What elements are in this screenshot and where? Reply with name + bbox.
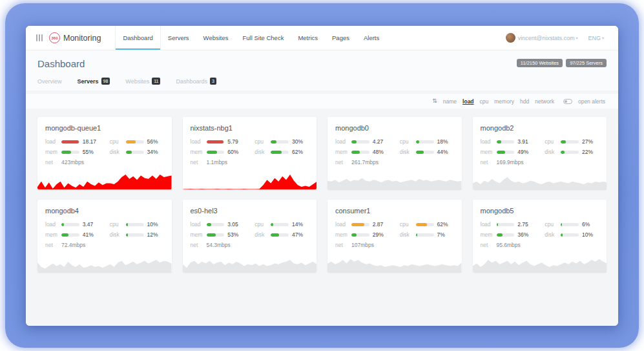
- server-metrics: load 5.79 cpu 30% mem 60% disk 6: [191, 138, 309, 169]
- nav-tab-alerts[interactable]: Alerts: [357, 26, 386, 50]
- load-bar: [207, 140, 225, 144]
- mem-value: 41%: [83, 231, 99, 238]
- user-menu[interactable]: vincent@nixstats.com ▾: [506, 33, 582, 43]
- nav-tab-pages[interactable]: Pages: [325, 26, 357, 50]
- nav-tab-servers[interactable]: Servers: [161, 26, 196, 50]
- load-value: 2.87: [373, 221, 390, 228]
- nav-tab-websites[interactable]: Websites: [196, 26, 236, 50]
- mem-label: mem: [335, 149, 348, 155]
- load-value: 18.17: [83, 138, 99, 145]
- metric-cpu: cpu 27%: [545, 138, 599, 145]
- server-card[interactable]: mongodb5 load 2.75 cpu 6% mem 36%: [473, 200, 607, 272]
- net-label: net: [191, 159, 203, 165]
- mem-bar: [497, 233, 515, 237]
- metric-load: load 3.05: [191, 221, 245, 228]
- sparkline-chart: [37, 253, 172, 272]
- metric-net: net 54.3mbps: [191, 242, 245, 248]
- net-value: 261.7mbps: [351, 159, 379, 165]
- sort-by-hdd[interactable]: hdd: [520, 98, 529, 105]
- sort-by-load[interactable]: load: [462, 98, 473, 105]
- nav-tab-dashboard[interactable]: Dashboard: [115, 26, 160, 50]
- sort-by-memory[interactable]: memory: [494, 98, 514, 105]
- sort-by-cpu[interactable]: cpu: [480, 98, 489, 105]
- subtab-websites[interactable]: Websites 11: [125, 78, 160, 85]
- sparkline-chart: [183, 170, 317, 189]
- subtab-overview[interactable]: Overview: [37, 78, 62, 85]
- cpu-label: cpu: [110, 221, 123, 228]
- server-card[interactable]: es0-hel3 load 3.05 cpu 14% mem 53%: [183, 200, 317, 272]
- mem-bar: [61, 233, 79, 237]
- load-label: load: [191, 221, 203, 228]
- language-label: ENG: [588, 35, 601, 41]
- metric-cpu: cpu 18%: [400, 138, 454, 145]
- metric-mem: mem 29%: [335, 231, 390, 238]
- net-label: net: [481, 242, 493, 248]
- load-bar: [207, 223, 225, 226]
- server-metrics: load 3.05 cpu 14% mem 53% disk 4: [191, 221, 309, 252]
- cpu-bar: [561, 223, 579, 226]
- disk-bar: [561, 233, 579, 237]
- server-card[interactable]: mongodb-queue1 load 18.17 cpu 56% mem 55…: [37, 117, 172, 189]
- logo[interactable]: 360 Monitoring: [49, 32, 101, 43]
- load-label: load: [191, 138, 203, 145]
- cpu-value: 30%: [292, 138, 309, 145]
- mem-value: 29%: [373, 231, 390, 238]
- metric-mem: mem 53%: [191, 231, 245, 238]
- subtab-servers[interactable]: Servers 98: [78, 78, 110, 85]
- sparkline-chart: [473, 170, 607, 189]
- servers-status-badge[interactable]: 97/225 Servers: [566, 59, 607, 67]
- server-card-body: es0-hel3 load 3.05 cpu 14% mem 53%: [183, 200, 317, 253]
- sort-icon: ⇅: [432, 98, 437, 104]
- sort-by-name[interactable]: name: [443, 98, 457, 105]
- server-card[interactable]: mongodb4 load 3.47 cpu 10% mem 41%: [37, 200, 172, 272]
- disk-value: 47%: [292, 231, 309, 238]
- cpu-bar: [416, 140, 434, 144]
- metric-cpu: cpu 56%: [110, 138, 164, 145]
- mem-label: mem: [45, 231, 58, 238]
- mem-label: mem: [191, 231, 203, 238]
- server-card-body: consumer1 load 2.87 cpu 62% mem 29%: [327, 200, 462, 253]
- mem-bar: [207, 151, 225, 154]
- subtab-dashboards[interactable]: Dashboards 3: [176, 78, 216, 85]
- cpu-value: 18%: [437, 138, 454, 145]
- app-window: 360 Monitoring Dashboard Servers Website…: [26, 26, 618, 326]
- disk-value: 44%: [437, 149, 454, 155]
- server-card-body: mongodb-queue1 load 18.17 cpu 56% mem 55…: [37, 117, 172, 170]
- app-grid-icon[interactable]: [36, 34, 43, 41]
- server-card[interactable]: mongodb2 load 3.91 cpu 27% mem 49%: [473, 117, 607, 189]
- load-label: load: [481, 221, 493, 228]
- open-alerts-toggle[interactable]: [563, 99, 572, 104]
- load-label: load: [335, 221, 348, 228]
- net-value: 1.1mbps: [207, 159, 228, 165]
- websites-status-badge[interactable]: 11/2150 Websites: [517, 59, 563, 67]
- load-value: 3.05: [227, 221, 244, 228]
- metric-net: net 107mbps: [335, 242, 390, 248]
- mem-bar: [207, 233, 225, 237]
- metric-net: net 423mbps: [45, 159, 99, 165]
- sort-by-network[interactable]: network: [535, 98, 554, 105]
- metric-disk: disk 47%: [254, 231, 309, 238]
- server-name: mongodb-queue1: [45, 124, 164, 132]
- disk-label: disk: [110, 231, 123, 238]
- server-card-body: mongodb0 load 4.27 cpu 18% mem 48%: [327, 117, 462, 170]
- page-header: Dashboard 11/2150 Websites 97/225 Server…: [26, 50, 618, 90]
- server-card[interactable]: nixstats-nbg1 load 5.79 cpu 30% mem 60%: [183, 117, 317, 189]
- disk-label: disk: [254, 149, 267, 155]
- server-card[interactable]: consumer1 load 2.87 cpu 62% mem 29%: [327, 200, 462, 272]
- open-alerts-label[interactable]: open alerts: [578, 98, 605, 105]
- language-selector[interactable]: ENG ▾: [588, 35, 608, 41]
- cpu-label: cpu: [254, 221, 267, 228]
- server-card[interactable]: mongodb0 load 4.27 cpu 18% mem 48%: [327, 117, 462, 189]
- load-bar: [497, 223, 515, 226]
- disk-label: disk: [254, 231, 267, 238]
- cpu-value: 14%: [292, 221, 309, 228]
- load-value: 2.75: [517, 221, 534, 228]
- cpu-bar: [416, 223, 434, 226]
- websites-count-badge: 11: [152, 78, 160, 85]
- server-metrics: load 2.87 cpu 62% mem 29% disk 7: [335, 221, 454, 252]
- sparkline-chart: [37, 170, 172, 189]
- nav-tab-full-site-check[interactable]: Full Site Check: [236, 26, 291, 50]
- nav-tab-metrics[interactable]: Metrics: [291, 26, 325, 50]
- disk-label: disk: [545, 231, 557, 238]
- metric-mem: mem 41%: [45, 231, 99, 238]
